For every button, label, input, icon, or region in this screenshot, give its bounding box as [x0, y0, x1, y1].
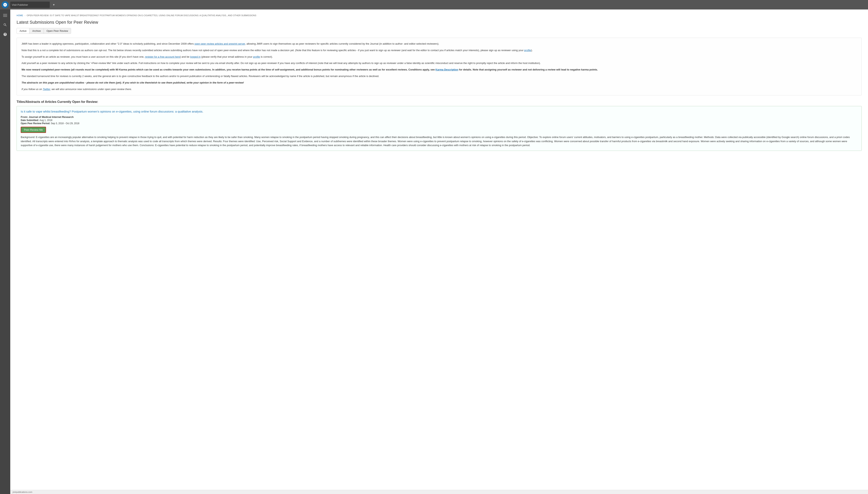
topbar-dropdown-button[interactable]: ▼: [51, 3, 56, 7]
article-card: Is it safe to vape whilst breastfeeding?…: [17, 106, 862, 151]
tab-open-peer-review[interactable]: Open Peer Review: [44, 28, 71, 34]
sidebar: [0, 10, 10, 494]
article-review-period: Open Peer Review Period: Sep 3, 2018 - O…: [21, 122, 857, 125]
svg-rect-3: [3, 16, 7, 17]
tab-bar: Active Archive Open Peer Review: [17, 28, 71, 34]
twitter-link[interactable]: Twitter: [43, 88, 50, 91]
svg-rect-1: [3, 14, 7, 14]
footer-text: jmirpublications.com: [13, 491, 32, 493]
article-date-submitted: Date Submitted: Aug 1, 2018: [21, 119, 857, 121]
article-title: Is it safe to vape whilst breastfeeding?…: [21, 109, 857, 114]
article-journal: From: Journal of Medical Internet Resear…: [21, 115, 857, 118]
visit-publisher-input[interactable]: [12, 3, 36, 6]
breadcrumb-separator: →: [24, 14, 26, 17]
info-paragraph-7: The abstracts on this page are unpublish…: [21, 81, 857, 85]
dropdown-arrow-icon: ▼: [53, 3, 55, 6]
info-paragraph-2: Note that this is a not a complete list …: [21, 49, 857, 53]
articles-section-heading: Titles/Abstracts of Articles Currently O…: [17, 100, 862, 104]
info-paragraph-5: We now reward completed peer-reviews (al…: [21, 68, 857, 72]
breadcrumb-current: OPEN PEER-REVIEW: IS IT SAFE TO VAPE WHI…: [27, 14, 256, 17]
topbar: ▼: [0, 0, 868, 10]
breadcrumb-home[interactable]: HOME: [17, 14, 23, 17]
info-paragraph-8: If you follow us on Twitter, we will als…: [21, 87, 857, 91]
register-link[interactable]: register for a free account here: [145, 55, 180, 58]
app-logo: [2, 1, 9, 8]
info-box: JMIR has been a leader in applying openn…: [17, 38, 862, 95]
peer-review-me-button[interactable]: Peer-Review Me: [21, 127, 46, 133]
sidebar-item-help[interactable]: [2, 31, 9, 38]
breadcrumb: HOME → OPEN PEER-REVIEW: IS IT SAFE TO V…: [17, 14, 862, 17]
info-paragraph-3: To assign yourself to an article as revi…: [21, 55, 857, 59]
page-title: Latest Submissions Open for Peer Review: [17, 20, 862, 25]
article-title-link[interactable]: Is it safe to vape whilst breastfeeding?…: [21, 110, 203, 113]
visit-publisher-input-wrap: [10, 2, 50, 8]
profile-link-1[interactable]: profile: [524, 49, 531, 52]
profile-link-2[interactable]: profile: [253, 55, 260, 58]
info-paragraph-1: JMIR has been a leader in applying openn…: [21, 42, 857, 46]
tab-active[interactable]: Active: [17, 28, 29, 34]
tab-archive[interactable]: Archive: [29, 28, 44, 34]
sidebar-item-search[interactable]: [2, 21, 9, 28]
logged-in-link[interactable]: logged in: [190, 55, 200, 58]
open-peer-review-link[interactable]: open peer review articles and preprint s…: [194, 42, 245, 45]
info-paragraph-4: Add yourself as a peer reviewer to any a…: [21, 61, 857, 65]
main-content: HOME → OPEN PEER-REVIEW: IS IT SAFE TO V…: [10, 10, 868, 494]
karma-description-link[interactable]: Karma Description: [435, 68, 458, 71]
article-abstract: Background: E-cigarettes are an increasi…: [21, 135, 857, 148]
footer: jmirpublications.com: [10, 490, 868, 494]
sidebar-item-menu[interactable]: [2, 12, 9, 19]
info-paragraph-6: The standard turnaround time for reviews…: [21, 74, 857, 78]
svg-rect-2: [3, 15, 7, 16]
